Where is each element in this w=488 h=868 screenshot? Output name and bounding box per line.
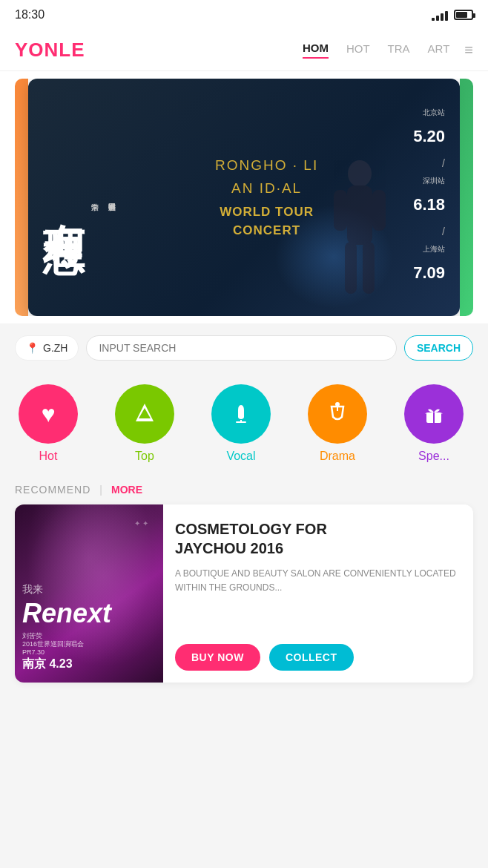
hero-tour-title: WORLD TOURCONCERT <box>220 203 314 240</box>
battery-icon <box>454 10 473 20</box>
hero-banner[interactable]: 有理想 世界巡回演唱会 李荣浩 RONGHO · LIAN ID·AL WORL… <box>28 79 460 316</box>
category-special-label: Spe... <box>418 450 449 463</box>
location-label: G.ZH <box>43 342 67 354</box>
recommend-divider: | <box>99 484 102 496</box>
hero-center: RONGHO · LIAN ID·AL WORLD TOURCONCERT <box>126 154 407 240</box>
hero-content: 有理想 世界巡回演唱会 李荣浩 RONGHO · LIAN ID·AL WORL… <box>28 79 460 316</box>
category-top[interactable]: Top <box>96 384 193 463</box>
category-special[interactable]: Spe... <box>386 384 482 463</box>
recommend-title: RECOMMEND <box>15 484 90 496</box>
search-input[interactable] <box>99 342 383 354</box>
status-time: 18:30 <box>15 8 44 22</box>
status-bar: 18:30 <box>0 0 488 30</box>
collect-button[interactable]: COLLECT <box>269 644 354 671</box>
recommend-header: RECOMMEND | MORE <box>15 484 473 496</box>
search-button[interactable]: SEARCH <box>404 335 473 361</box>
location-tag[interactable]: 📍 G.ZH <box>15 335 79 361</box>
app-logo: YONLE <box>15 39 85 62</box>
search-input-wrap[interactable] <box>86 335 396 361</box>
tab-art[interactable]: ART <box>428 42 450 58</box>
location-pin-icon: 📍 <box>26 342 39 354</box>
hero-side-right <box>460 79 473 316</box>
card-description: A BOUTIQUE AND BEAUTY SALON ARE CONVENIE… <box>175 567 461 632</box>
cat-top-circle <box>115 384 174 444</box>
categories-section: ♥ Hot Top Vocal Drama Spe... <box>0 372 488 475</box>
svg-rect-1 <box>347 185 372 245</box>
category-top-label: Top <box>135 450 154 463</box>
nav-tabs: HOM HOT TRA ART <box>303 42 449 59</box>
hero-figure <box>319 153 400 316</box>
hero-section: 有理想 世界巡回演唱会 李荣浩 RONGHO · LIAN ID·AL WORL… <box>0 71 488 323</box>
tab-home[interactable]: HOM <box>303 42 329 59</box>
svg-point-0 <box>348 160 372 187</box>
svg-rect-3 <box>372 190 386 231</box>
hero-dates: 北京站 5.20 / 深圳站 6.18 / 上海站 7.09 <box>413 105 445 289</box>
event-card: ✦ ✦ 我来 Renext 刘苦荧 2016世界巡回演唱会 PR7.30 南京 … <box>15 504 473 683</box>
menu-icon[interactable]: ≡ <box>464 42 473 59</box>
category-drama-label: Drama <box>320 450 355 463</box>
card-title: COSMETOLOGY FORJAYCHOU 2016 <box>175 519 461 558</box>
recommend-more-button[interactable]: MORE <box>111 484 142 496</box>
cat-drama-circle <box>308 384 367 444</box>
signal-icon <box>432 9 448 21</box>
category-vocal-label: Vocal <box>226 450 255 463</box>
svg-point-11 <box>335 402 340 407</box>
svg-rect-2 <box>334 190 347 231</box>
svg-rect-9 <box>240 420 242 423</box>
recommend-section: RECOMMEND | MORE ✦ ✦ 我来 Renext 刘苦荧 2016世… <box>0 475 488 700</box>
svg-rect-4 <box>345 242 357 294</box>
search-section: 📍 G.ZH SEARCH <box>0 323 488 372</box>
category-hot-label: Hot <box>39 450 58 463</box>
tab-hot[interactable]: HOT <box>346 42 370 58</box>
hero-side-left <box>15 79 28 316</box>
category-vocal[interactable]: Vocal <box>193 384 289 463</box>
cat-vocal-circle <box>211 384 271 444</box>
card-image: ✦ ✦ 我来 Renext 刘苦荧 2016世界巡回演唱会 PR7.30 南京 … <box>15 504 163 683</box>
card-actions: BUY NOW COLLECT <box>175 644 461 671</box>
card-image-text: 我来 Renext 刘苦荧 2016世界巡回演唱会 PR7.30 南京 4.23 <box>22 583 111 671</box>
card-image-subtitle: 刘苦荧 2016世界巡回演唱会 PR7.30 南京 4.23 <box>22 632 111 671</box>
hero-artist-name: RONGHO · LIAN ID·AL <box>215 154 318 200</box>
hero-carousel: 有理想 世界巡回演唱会 李荣浩 RONGHO · LIAN ID·AL WORL… <box>15 79 473 316</box>
tab-tra[interactable]: TRA <box>388 42 410 58</box>
status-icons <box>432 9 473 21</box>
category-drama[interactable]: Drama <box>289 384 386 463</box>
buy-now-button[interactable]: BUY NOW <box>175 644 260 671</box>
cat-hot-circle: ♥ <box>19 384 78 444</box>
svg-rect-5 <box>363 242 375 294</box>
card-info: COSMETOLOGY FORJAYCHOU 2016 A BOUTIQUE A… <box>163 504 473 683</box>
hero-chinese-main: 有理想 <box>43 191 85 204</box>
nav-bar: YONLE HOM HOT TRA ART ≡ <box>0 30 488 71</box>
cat-special-circle <box>404 384 464 444</box>
category-hot[interactable]: ♥ Hot <box>0 384 96 463</box>
